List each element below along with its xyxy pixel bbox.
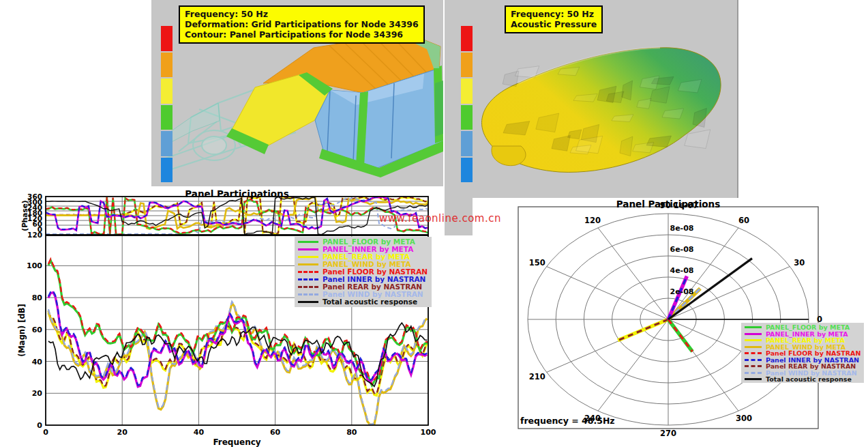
tick-label: 30 <box>794 258 805 268</box>
tick-label: 300 <box>736 414 752 423</box>
polar-plot-title: Panel Participations <box>518 199 818 210</box>
tick-label: 100 <box>27 261 42 270</box>
legend-line-swatch <box>298 263 318 265</box>
xy-plot[interactable]: 3603002401801206001201008060402000204060… <box>0 186 450 447</box>
colorbar-segment <box>161 26 173 51</box>
colorbar-segment <box>161 131 173 156</box>
annotation-line: Frequency: 50 Hz <box>185 9 419 19</box>
colorbar-segment <box>461 26 473 51</box>
legend-line-swatch <box>298 248 318 250</box>
annotation-box-acoustic: Frequency: 50 Hz Acoustic Pressure <box>505 5 603 33</box>
legend-entry[interactable]: PANEL_INNER by META <box>298 246 428 253</box>
screenshot-root: Frequency: 50 Hz Deformation: Grid Parti… <box>0 0 868 447</box>
legend-line-swatch <box>745 326 762 328</box>
frequency-annotation: frequency = 48.5Hz <box>520 416 615 426</box>
tick-label: 20 <box>32 389 43 398</box>
legend-line-swatch <box>298 241 318 243</box>
legend-line-swatch <box>298 286 318 288</box>
legend-line-swatch <box>745 352 762 354</box>
series-wind_nastran <box>48 302 427 424</box>
tick-label: 210 <box>529 372 545 381</box>
colorbar-segment <box>161 78 173 104</box>
tick-label: 120 <box>584 216 601 225</box>
colorbar-segment <box>461 131 473 156</box>
legend-label: Panel FLOOR by NASTRAN <box>323 268 428 276</box>
legend-entry[interactable]: Panel WIND by NASTRAN <box>298 291 428 298</box>
tick-label: 20 <box>117 428 128 437</box>
legend-entry[interactable]: Total acoustic response <box>745 376 860 383</box>
legend-label: Total acoustic response <box>766 376 852 383</box>
tick-label: 0 <box>43 428 48 437</box>
colorbar-left <box>161 26 173 184</box>
legend-line-swatch <box>745 339 762 341</box>
legend-label: PANEL_WIND by META <box>323 261 411 268</box>
tick-label: 60 <box>270 428 281 437</box>
colorbar-segment <box>461 53 473 78</box>
tick-label: 40 <box>194 428 205 437</box>
tick-label: 120 <box>27 231 42 239</box>
colorbar-right <box>461 26 473 184</box>
spoke-rear <box>618 319 668 341</box>
annotation-box-structural: Frequency: 50 Hz Deformation: Grid Parti… <box>179 5 425 44</box>
colorbar-segment <box>461 105 473 130</box>
watermark: www.feaonline.com.cn <box>379 212 501 225</box>
legend-label: Panel WIND by NASTRAN <box>323 291 423 298</box>
legend-line-swatch <box>745 378 762 380</box>
legend-line-swatch <box>745 365 762 367</box>
legend-entry[interactable]: Panel INNER by NASTRAN <box>298 276 428 283</box>
tick-label: 8e-08 <box>670 224 694 233</box>
magnitude-axis-label: (Magn) [dB] <box>17 304 27 357</box>
legend-label: Total acoustic response <box>323 298 417 306</box>
annotation-line: Frequency: 50 Hz <box>511 9 597 19</box>
tick-label: 40 <box>32 358 43 366</box>
tick-label: 4e-08 <box>670 266 694 275</box>
tick-label: 80 <box>346 428 357 437</box>
colorbar-segment <box>161 53 173 78</box>
colorbar-segment <box>461 158 473 183</box>
tick-label: 2e-08 <box>670 287 694 296</box>
legend-label: Panel REAR by NASTRAN <box>323 283 422 291</box>
tick-label: 60 <box>32 326 43 334</box>
legend-label: PANEL_INNER by META <box>323 246 413 253</box>
legend-entry[interactable]: PANEL_REAR by META <box>298 253 428 261</box>
legend-line-swatch <box>298 293 318 295</box>
annotation-line: Deformation: Grid Participations for Nod… <box>185 19 419 29</box>
legend-line-swatch <box>745 333 762 335</box>
colorbar-segment <box>461 78 473 104</box>
legend-entry[interactable]: Panel REAR by NASTRAN <box>298 283 428 291</box>
colorbar-segment <box>161 105 173 130</box>
legend-line-swatch <box>298 301 318 303</box>
legend-line-swatch <box>298 278 318 280</box>
annotation-line: Contour: Panel Participations for Node 3… <box>185 29 419 40</box>
tick-label: 6e-08 <box>670 245 694 254</box>
legend-line-swatch <box>745 372 762 374</box>
polar-plot-legend: PANEL_FLOOR by METAPANEL_INNER by METAPA… <box>741 323 864 383</box>
legend-label: Panel INNER by NASTRAN <box>323 276 425 283</box>
tick-label: 60 <box>738 216 749 225</box>
annotation-line: Acoustic Pressure <box>511 19 597 29</box>
tick-label: 100 <box>421 428 436 437</box>
colorbar-segment <box>161 158 173 183</box>
legend-label: PANEL_REAR by META <box>323 253 410 261</box>
xy-plot-title: Panel Participations <box>46 188 428 199</box>
legend-entry[interactable]: Panel FLOOR by NASTRAN <box>298 268 428 276</box>
legend-line-swatch <box>745 346 762 348</box>
tick-label: 150 <box>529 258 545 268</box>
x-axis-label: Frequency <box>213 437 260 447</box>
tick-label: 80 <box>32 293 43 302</box>
legend-line-swatch <box>298 271 318 273</box>
xy-plot-legend: PANEL_FLOOR by METAPANEL_INNER by METAPA… <box>295 237 432 307</box>
legend-line-swatch <box>745 359 762 361</box>
legend-entry[interactable]: Total acoustic response <box>298 298 428 306</box>
legend-line-swatch <box>298 256 318 258</box>
legend-entry[interactable]: PANEL_WIND by META <box>298 261 428 268</box>
phase-axis-label: (Phase) <box>20 200 29 231</box>
legend-entry[interactable]: PANEL_FLOOR by META <box>298 238 428 246</box>
tick-label: 270 <box>660 429 676 438</box>
tick-label: 0 <box>37 421 42 430</box>
legend-label: PANEL_FLOOR by META <box>323 238 415 246</box>
